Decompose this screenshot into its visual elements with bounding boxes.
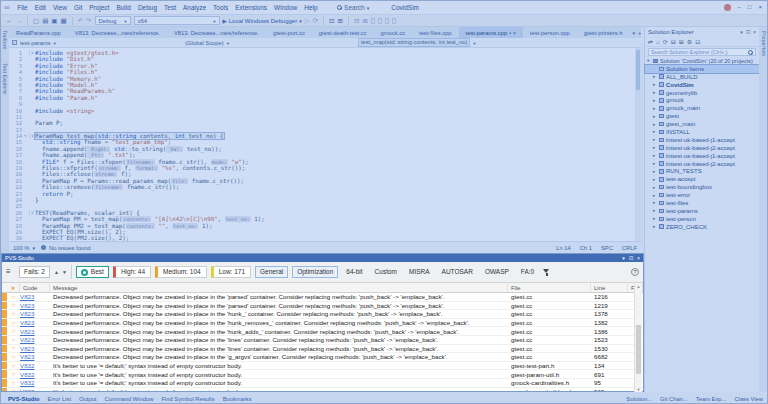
document-tab[interactable]: V813. Decrease...ntes/reference. bbox=[68, 27, 167, 38]
close-icon[interactable] bbox=[513, 30, 516, 36]
document-tab[interactable]: gmock.cc bbox=[374, 27, 412, 38]
star-icon[interactable]: ☆ bbox=[7, 380, 20, 386]
scrollbar-thumb[interactable] bbox=[636, 325, 641, 374]
breakpoint-icon[interactable]: ⊡ bbox=[329, 15, 334, 26]
switch-views-icon[interactable]: ⇄ bbox=[648, 38, 653, 45]
scroll-up-icon[interactable]: ▲ bbox=[637, 284, 641, 289]
filter-toggle[interactable]: Custom bbox=[371, 267, 401, 277]
new-tab-icon[interactable] bbox=[638, 30, 641, 36]
menu-item[interactable]: Tools bbox=[210, 1, 232, 14]
filter-toggle[interactable]: AUTOSAR bbox=[438, 267, 477, 277]
document-tab[interactable]: gtest-death-test.cc bbox=[312, 27, 374, 38]
redo-icon[interactable]: ↷ bbox=[86, 15, 91, 26]
menu-item[interactable]: Git bbox=[70, 1, 85, 14]
window-position-icon[interactable]: ▾ bbox=[622, 255, 625, 261]
start-debugging-button[interactable]: Local Windows Debugger bbox=[223, 18, 302, 24]
maximize-button[interactable]: □ bbox=[748, 1, 752, 14]
menu-item[interactable]: File bbox=[14, 1, 31, 14]
project-node[interactable]: CovidSim bbox=[645, 81, 759, 89]
close-icon[interactable]: × bbox=[637, 255, 640, 261]
table-row[interactable]: ☆ V823 Decreased performance. Object may… bbox=[2, 327, 643, 336]
star-icon[interactable]: ☆ bbox=[7, 320, 20, 326]
save-all-icon[interactable]: ▦ bbox=[60, 15, 66, 26]
document-tab[interactable]: gtest-printers.h bbox=[577, 27, 630, 38]
star-icon[interactable]: ☆ bbox=[7, 345, 20, 351]
editor-scrollbar[interactable] bbox=[635, 48, 641, 241]
table-row[interactable]: ☆ V832 It's better to use '= default;' s… bbox=[2, 370, 643, 379]
tool-window-tab[interactable]: Git Chan... bbox=[657, 396, 691, 402]
project-node[interactable]: inttest-uk-based-j2-accept bbox=[645, 144, 759, 152]
pin-icon[interactable] bbox=[509, 30, 511, 36]
open-file-icon[interactable]: ▤ bbox=[42, 15, 48, 26]
file-column-header[interactable]: File bbox=[508, 283, 591, 292]
table-row[interactable]: ☆ V823 Decreased performance. Object may… bbox=[2, 302, 643, 311]
table-row[interactable]: ☆ V823 Decreased performance. Object may… bbox=[2, 310, 643, 319]
diagnostic-code-link[interactable]: V832 bbox=[20, 371, 34, 378]
avatar[interactable] bbox=[724, 4, 731, 11]
project-node[interactable]: inttest-us-based-j1-accept bbox=[645, 152, 759, 160]
table-row[interactable]: ☆ V832 It's better to use '= default;' s… bbox=[2, 388, 643, 391]
project-node[interactable]: test-files bbox=[645, 199, 759, 207]
filter-toggle[interactable]: Optimization bbox=[292, 266, 338, 278]
tool-window-tab[interactable]: Class View bbox=[731, 396, 766, 402]
menu-item[interactable]: Project bbox=[86, 1, 113, 14]
code-column-header[interactable]: Code bbox=[20, 283, 50, 292]
menu-item[interactable]: Test bbox=[161, 1, 180, 14]
tool-window-tab[interactable]: Output bbox=[75, 396, 100, 402]
save-icon[interactable]: ▣ bbox=[51, 15, 57, 26]
menu-item[interactable]: View bbox=[49, 1, 70, 14]
project-node[interactable]: ZERO_CHECK bbox=[645, 223, 759, 231]
star-icon[interactable]: ☆ bbox=[7, 337, 20, 343]
home-icon[interactable]: ⌂ bbox=[656, 39, 660, 45]
line-ending-indicator[interactable]: CRLF bbox=[622, 245, 637, 251]
bookmark-clear-icon[interactable] bbox=[392, 18, 396, 24]
star-icon[interactable]: ☆ bbox=[7, 363, 20, 369]
diagnostic-code-link[interactable]: V832 bbox=[20, 388, 34, 391]
diagnostic-code-link[interactable]: V832 bbox=[20, 362, 34, 369]
column-indicator[interactable]: Ch 1 bbox=[580, 245, 592, 251]
project-node[interactable]: ALL_BUILD bbox=[645, 73, 759, 81]
high-severity-button[interactable]: High: 44 bbox=[113, 266, 151, 278]
project-node[interactable]: inttest-us-based-j2-accept bbox=[645, 160, 759, 168]
health-indicator[interactable]: No issues found bbox=[41, 245, 91, 251]
menu-item[interactable]: Edit bbox=[31, 1, 49, 14]
pin-icon[interactable]: ⊡ bbox=[629, 255, 633, 261]
message-column-header[interactable]: Message bbox=[50, 283, 508, 292]
undo-icon[interactable]: ↶ bbox=[78, 15, 83, 26]
new-file-icon[interactable]: ▢ bbox=[33, 15, 39, 26]
table-row[interactable]: ☆ V832 It's better to use '= default;' s… bbox=[2, 379, 643, 388]
member-dropdown[interactable]: test_map(std::string contents, int test_… bbox=[355, 38, 479, 47]
diagnostic-code-link[interactable]: V823 bbox=[20, 302, 34, 309]
filter-toggle[interactable]: General bbox=[255, 266, 288, 278]
vertical-tool-tab[interactable]: Properties bbox=[761, 31, 767, 392]
bookmark-icon[interactable] bbox=[371, 18, 375, 24]
filter-toggle[interactable]: FA:0 bbox=[517, 267, 538, 277]
menu-item[interactable]: Build bbox=[113, 1, 134, 14]
star-icon[interactable]: ☆ bbox=[7, 371, 20, 377]
medium-severity-button[interactable]: Medium: 104 bbox=[155, 266, 207, 278]
menu-item[interactable]: Help bbox=[301, 1, 321, 14]
table-row[interactable]: ☆ V832 It's better to use '= default;' s… bbox=[2, 362, 643, 371]
output-window-icon[interactable]: ⊞ bbox=[338, 15, 343, 26]
project-node[interactable]: test-boundingbox bbox=[645, 183, 759, 191]
filter-funnel-icon[interactable] bbox=[542, 268, 551, 277]
table-row[interactable]: ☆ V823 Decreased performance. Object may… bbox=[2, 345, 643, 354]
code-editor[interactable]: 1 #include <gtest/gtest.h> 2 #include "D… bbox=[9, 48, 641, 241]
project-node[interactable]: INSTALL bbox=[645, 128, 759, 136]
search-box[interactable]: Search bbox=[337, 4, 369, 11]
tool-window-tab[interactable]: Error List bbox=[44, 396, 76, 402]
star-icon[interactable]: ☆ bbox=[7, 311, 20, 317]
document-tab[interactable]: test-person.cpp bbox=[523, 27, 577, 38]
collapse-all-icon[interactable]: ⊟ bbox=[671, 38, 676, 45]
line-column-header[interactable]: Line bbox=[591, 283, 628, 292]
table-row[interactable]: ☆ V823 Decreased performance. Object may… bbox=[2, 336, 643, 345]
project-node[interactable]: test-accept bbox=[645, 175, 759, 183]
navigate-forward-icon[interactable]: → bbox=[16, 15, 23, 26]
diagnostic-code-link[interactable]: V832 bbox=[20, 379, 34, 386]
project-node[interactable]: geometrylib bbox=[645, 89, 759, 97]
project-node[interactable]: RUN_TESTS bbox=[645, 167, 759, 175]
solution-root-node[interactable]: Solution 'CovidSim' (20 of 20 projects) bbox=[645, 57, 759, 65]
project-node[interactable]: test-error bbox=[645, 191, 759, 199]
project-node[interactable]: test-person bbox=[645, 215, 759, 223]
navigate-back-icon[interactable]: ← bbox=[6, 15, 13, 26]
